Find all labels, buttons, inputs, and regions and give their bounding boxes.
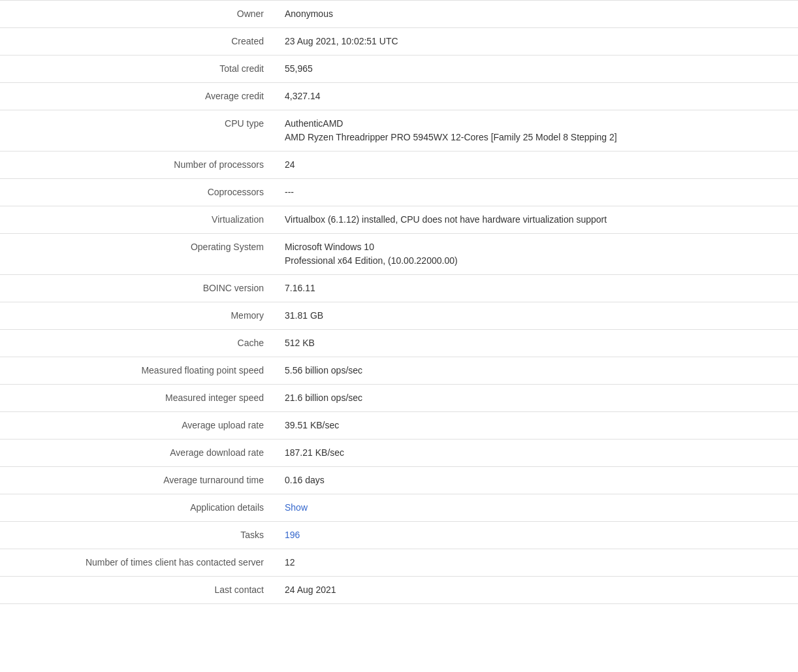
row-label: Memory bbox=[0, 302, 274, 330]
row-label: Created bbox=[0, 28, 274, 56]
row-label: Operating System bbox=[0, 234, 274, 275]
table-row: Average credit4,327.14 bbox=[0, 83, 798, 110]
table-row: Coprocessors--- bbox=[0, 179, 798, 206]
row-value: 4,327.14 bbox=[274, 83, 798, 110]
row-label: Measured integer speed bbox=[0, 385, 274, 412]
row-value: 7.16.11 bbox=[274, 275, 798, 302]
row-label: Measured floating point speed bbox=[0, 357, 274, 385]
table-row: Total credit55,965 bbox=[0, 56, 798, 83]
row-label: BOINC version bbox=[0, 275, 274, 302]
row-value: 55,965 bbox=[274, 56, 798, 83]
table-row: Average download rate187.21 KB/sec bbox=[0, 440, 798, 467]
row-label: Average download rate bbox=[0, 440, 274, 467]
row-label: Application details bbox=[0, 494, 274, 522]
row-value: AuthenticAMDAMD Ryzen Threadripper PRO 5… bbox=[274, 110, 798, 152]
row-label: Last contact bbox=[0, 577, 274, 604]
table-row: Measured integer speed21.6 billion ops/s… bbox=[0, 385, 798, 412]
row-value-line1: Microsoft Windows 10 bbox=[285, 240, 788, 254]
table-row: BOINC version7.16.11 bbox=[0, 275, 798, 302]
table-row: Last contact24 Aug 2021 bbox=[0, 577, 798, 604]
row-value-line2: AMD Ryzen Threadripper PRO 5945WX 12-Cor… bbox=[285, 131, 788, 144]
row-label: Average credit bbox=[0, 83, 274, 110]
row-value: --- bbox=[274, 179, 798, 206]
table-row: Measured floating point speed5.56 billio… bbox=[0, 357, 798, 385]
table-row: CPU typeAuthenticAMDAMD Ryzen Threadripp… bbox=[0, 110, 798, 152]
row-value: Anonymous bbox=[274, 1, 798, 28]
row-value: Show bbox=[274, 494, 798, 522]
row-value: 24 bbox=[274, 152, 798, 179]
application details-link[interactable]: Show bbox=[285, 502, 308, 513]
row-value: 39.51 KB/sec bbox=[274, 412, 798, 440]
row-label: Number of processors bbox=[0, 152, 274, 179]
row-label: CPU type bbox=[0, 110, 274, 152]
tasks-link[interactable]: 196 bbox=[285, 530, 300, 540]
row-label: Average turnaround time bbox=[0, 467, 274, 494]
row-value-line2: Professional x64 Edition, (10.00.22000.0… bbox=[285, 254, 788, 268]
row-value: Virtualbox (6.1.12) installed, CPU does … bbox=[274, 206, 798, 234]
row-label: Number of times client has contacted ser… bbox=[0, 549, 274, 577]
table-row: Application detailsShow bbox=[0, 494, 798, 522]
row-value: 23 Aug 2021, 10:02:51 UTC bbox=[274, 28, 798, 56]
table-row: Cache512 KB bbox=[0, 330, 798, 357]
row-value: 12 bbox=[274, 549, 798, 577]
table-row: Operating SystemMicrosoft Windows 10Prof… bbox=[0, 234, 798, 275]
row-label: Virtualization bbox=[0, 206, 274, 234]
row-value: 5.56 billion ops/sec bbox=[274, 357, 798, 385]
row-label: Cache bbox=[0, 330, 274, 357]
row-value: Microsoft Windows 10Professional x64 Edi… bbox=[274, 234, 798, 275]
info-table: OwnerAnonymousCreated23 Aug 2021, 10:02:… bbox=[0, 0, 798, 604]
row-value: 24 Aug 2021 bbox=[274, 577, 798, 604]
table-row: Number of times client has contacted ser… bbox=[0, 549, 798, 577]
table-row: Average turnaround time0.16 days bbox=[0, 467, 798, 494]
table-row: OwnerAnonymous bbox=[0, 1, 798, 28]
table-row: Tasks196 bbox=[0, 522, 798, 549]
row-label: Tasks bbox=[0, 522, 274, 549]
table-row: Number of processors24 bbox=[0, 152, 798, 179]
row-value-line1: AuthenticAMD bbox=[285, 117, 788, 131]
table-row: Created23 Aug 2021, 10:02:51 UTC bbox=[0, 28, 798, 56]
row-value: 512 KB bbox=[274, 330, 798, 357]
table-row: VirtualizationVirtualbox (6.1.12) instal… bbox=[0, 206, 798, 234]
row-label: Coprocessors bbox=[0, 179, 274, 206]
row-label: Total credit bbox=[0, 56, 274, 83]
table-row: Average upload rate39.51 KB/sec bbox=[0, 412, 798, 440]
table-row: Memory31.81 GB bbox=[0, 302, 798, 330]
row-value: 196 bbox=[274, 522, 798, 549]
row-value: 31.81 GB bbox=[274, 302, 798, 330]
row-value: 187.21 KB/sec bbox=[274, 440, 798, 467]
row-label: Average upload rate bbox=[0, 412, 274, 440]
row-label: Owner bbox=[0, 1, 274, 28]
row-value: 21.6 billion ops/sec bbox=[274, 385, 798, 412]
row-value: 0.16 days bbox=[274, 467, 798, 494]
